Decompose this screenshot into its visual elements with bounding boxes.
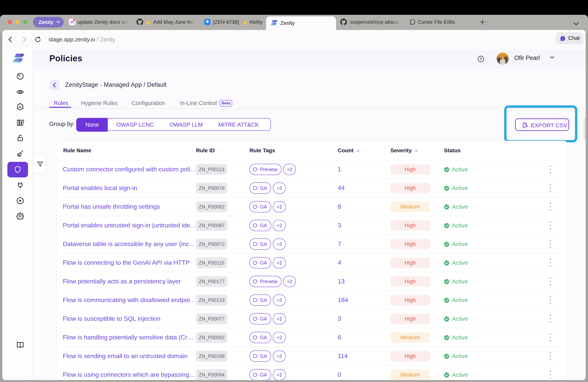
svg-text:AI: AI (19, 105, 22, 108)
svg-text:?: ? (480, 57, 482, 61)
